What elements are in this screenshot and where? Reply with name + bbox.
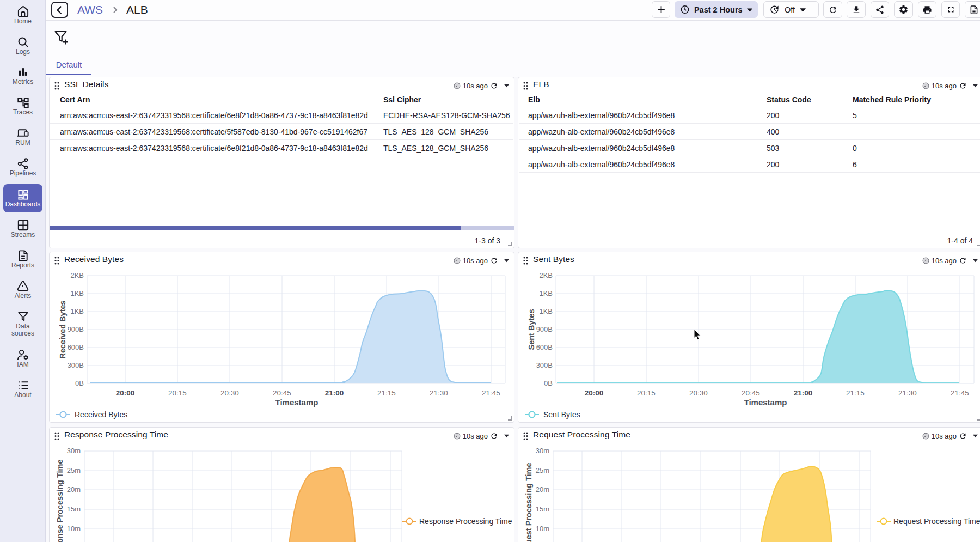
svg-text:2KB: 2KB	[70, 271, 84, 279]
svg-text:21:15: 21:15	[377, 389, 396, 397]
svg-text:Response Processing Time: Response Processing Time	[419, 517, 512, 526]
svg-text:30m: 30m	[67, 447, 81, 455]
svg-text:21:00: 21:00	[325, 389, 344, 397]
svg-text:20:45: 20:45	[273, 389, 291, 397]
svg-text:20:45: 20:45	[742, 389, 760, 397]
svg-text:Received Bytes: Received Bytes	[75, 410, 127, 419]
svg-text:Sent Bytes: Sent Bytes	[543, 410, 580, 419]
svg-text:Timestamp: Timestamp	[744, 398, 787, 407]
svg-text:20:15: 20:15	[168, 389, 187, 397]
svg-text:2KB: 2KB	[539, 271, 553, 279]
svg-text:Sent Bytes: Sent Bytes	[527, 309, 536, 350]
svg-text:900B: 900B	[68, 325, 84, 333]
svg-text:0B: 0B	[75, 379, 84, 387]
svg-text:900B: 900B	[536, 325, 553, 333]
svg-text:15m: 15m	[536, 505, 549, 513]
svg-text:20:30: 20:30	[220, 389, 239, 397]
svg-text:1KB: 1KB	[539, 289, 553, 297]
svg-text:20:00: 20:00	[585, 389, 604, 397]
svg-text:10m: 10m	[67, 525, 81, 533]
svg-text:Request Processing Time: Request Processing Time	[524, 462, 533, 542]
svg-text:20:30: 20:30	[689, 389, 708, 397]
svg-text:300B: 300B	[68, 361, 84, 369]
svg-text:21:30: 21:30	[898, 389, 917, 397]
svg-text:20:15: 20:15	[637, 389, 656, 397]
svg-text:15m: 15m	[67, 505, 81, 513]
svg-text:20:00: 20:00	[116, 389, 135, 397]
svg-text:30m: 30m	[536, 447, 549, 455]
svg-text:21:45: 21:45	[951, 389, 969, 397]
svg-text:21:45: 21:45	[482, 389, 500, 397]
svg-text:1KB: 1KB	[539, 307, 553, 315]
svg-text:25m: 25m	[67, 466, 81, 474]
svg-text:21:30: 21:30	[430, 389, 448, 397]
svg-text:600B: 600B	[536, 343, 553, 351]
svg-text:1KB: 1KB	[70, 289, 84, 297]
svg-text:300B: 300B	[536, 361, 553, 369]
svg-text:21:00: 21:00	[794, 389, 813, 397]
svg-text:1KB: 1KB	[70, 307, 84, 315]
svg-text:Received Bytes: Received Bytes	[58, 300, 67, 358]
svg-text:21:15: 21:15	[846, 389, 865, 397]
svg-text:Timestamp: Timestamp	[275, 398, 318, 407]
svg-text:Request Processing Time: Request Processing Time	[893, 517, 980, 526]
svg-text:Response Processing Time: Response Processing Time	[56, 459, 64, 542]
svg-text:25m: 25m	[536, 466, 549, 474]
svg-text:600B: 600B	[68, 343, 84, 351]
svg-text:0B: 0B	[544, 379, 553, 387]
svg-text:20m: 20m	[67, 485, 81, 494]
svg-text:20m: 20m	[536, 485, 549, 494]
svg-text:10m: 10m	[536, 525, 549, 533]
